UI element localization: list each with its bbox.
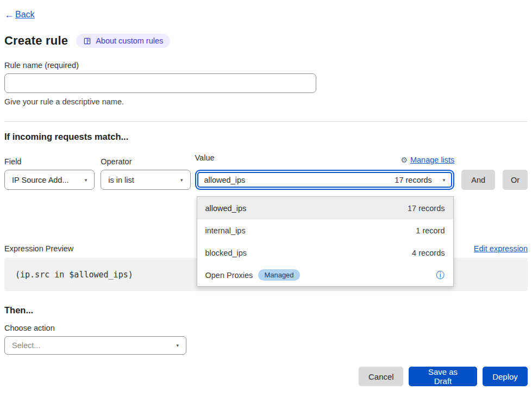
- expression-preview-label: Expression Preview: [4, 244, 73, 253]
- list-record-count: 1 record: [416, 226, 445, 235]
- expression-code: (ip.src in $allowed_ips): [15, 270, 133, 280]
- field-column: Field IP Source Add... ▾: [4, 157, 95, 190]
- chevron-down-icon: ▾: [443, 177, 446, 183]
- condition-row: Field IP Source Add... ▾ Operator is in …: [4, 153, 528, 190]
- chevron-down-icon: ▾: [85, 177, 87, 183]
- manage-lists-label: Manage lists: [410, 156, 454, 164]
- about-custom-rules-link[interactable]: About custom rules: [76, 34, 170, 48]
- list-name: allowed_ips: [205, 204, 247, 213]
- field-select-value: IP Source Add...: [12, 176, 69, 184]
- value-label-row: Value ⚙ Manage lists: [195, 153, 455, 166]
- info-icon[interactable]: ⓘ: [436, 271, 445, 280]
- or-button[interactable]: Or: [503, 170, 528, 190]
- book-icon: [83, 37, 91, 45]
- list-record-count: 17 records: [408, 204, 445, 213]
- dropdown-item-allowed-ips[interactable]: allowed_ips 17 records: [197, 197, 453, 219]
- section-divider: [4, 121, 528, 122]
- dropdown-item-open-proxies[interactable]: Open Proxies Managed ⓘ: [197, 264, 453, 286]
- save-as-draft-button[interactable]: Save as Draft: [409, 367, 477, 386]
- list-name: internal_ips: [205, 226, 246, 235]
- field-label: Field: [4, 157, 95, 166]
- value-select-meta: 17 records: [395, 176, 432, 184]
- manage-lists-link[interactable]: ⚙ Manage lists: [400, 156, 454, 164]
- rule-name-label: Rule name (required): [4, 61, 528, 70]
- value-select-value: allowed_ips: [204, 176, 246, 184]
- gear-icon: ⚙: [400, 156, 408, 164]
- back-link[interactable]: Back: [15, 10, 35, 20]
- value-dropdown-panel: allowed_ips 17 records internal_ips 1 re…: [197, 196, 454, 287]
- rule-name-input[interactable]: [4, 73, 316, 93]
- chevron-down-icon: ▾: [180, 177, 183, 183]
- value-column: Value ⚙ Manage lists allowed_ips 17 reco…: [195, 153, 455, 190]
- action-select[interactable]: Select... ▾: [4, 336, 186, 355]
- back-arrow-icon: ←: [4, 10, 14, 20]
- deploy-button[interactable]: Deploy: [483, 367, 528, 386]
- list-name: blocked_ips: [205, 249, 247, 257]
- dropdown-item-internal-ips[interactable]: internal_ips 1 record: [197, 219, 453, 242]
- list-record-count: 4 records: [412, 249, 445, 257]
- list-name: Open Proxies: [205, 271, 253, 280]
- operator-column: Operator is in list ▾: [101, 157, 190, 190]
- dropdown-item-blocked-ips[interactable]: blocked_ips 4 records: [197, 242, 453, 264]
- about-badge-label: About custom rules: [96, 36, 163, 45]
- value-label: Value: [195, 153, 215, 162]
- field-select[interactable]: IP Source Add... ▾: [4, 170, 95, 190]
- choose-action-label: Choose action: [4, 324, 528, 332]
- managed-badge: Managed: [258, 269, 299, 281]
- back-row: ← Back: [4, 10, 528, 20]
- list-name-group: Open Proxies Managed: [205, 269, 300, 281]
- footer-actions: Cancel Save as Draft Deploy: [4, 367, 528, 386]
- and-button[interactable]: And: [461, 170, 495, 190]
- operator-select[interactable]: is in list ▾: [101, 170, 190, 190]
- value-select[interactable]: allowed_ips 17 records ▾: [195, 170, 455, 190]
- chevron-down-icon: ▾: [176, 343, 179, 348]
- edit-expression-link[interactable]: Edit expression: [474, 244, 528, 253]
- page-title: Create rule: [4, 34, 68, 48]
- match-section-heading: If incoming requests match...: [4, 132, 528, 142]
- create-rule-page: ← Back Create rule About custom rules Ru…: [4, 0, 528, 386]
- operator-label: Operator: [101, 157, 190, 166]
- operator-select-value: is in list: [108, 176, 134, 184]
- title-row: Create rule About custom rules: [4, 34, 528, 48]
- then-section-heading: Then...: [4, 305, 528, 316]
- rule-name-helper: Give your rule a descriptive name.: [4, 97, 528, 106]
- action-select-placeholder: Select...: [12, 341, 40, 350]
- cancel-button[interactable]: Cancel: [359, 367, 403, 386]
- value-select-right: 17 records ▾: [395, 176, 445, 184]
